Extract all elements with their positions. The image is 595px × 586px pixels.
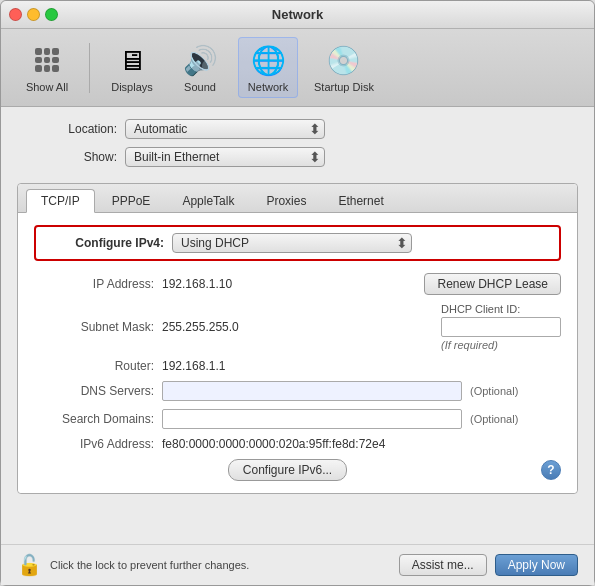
configure-ipv4-row: Configure IPv4: Using DHCP ⬍: [34, 225, 561, 261]
toolbar-label-sound: Sound: [184, 81, 216, 93]
toolbar-label-network: Network: [248, 81, 288, 93]
ip-label: IP Address:: [34, 277, 154, 291]
configure-ipv4-select-container: Using DHCP ⬍: [172, 233, 412, 253]
search-domains-input[interactable]: [162, 409, 462, 429]
close-button[interactable]: [9, 8, 22, 21]
location-select[interactable]: Automatic: [125, 119, 325, 139]
configure-ipv4-label: Configure IPv4:: [44, 236, 164, 250]
displays-icon: 🖥: [114, 42, 150, 78]
main-window: Network Show All 🖥 Displays 🔊 Sound 🌐 Ne: [0, 0, 595, 586]
search-optional-label: (Optional): [470, 413, 518, 425]
network-icon: 🌐: [250, 42, 286, 78]
bottom-buttons: Assist me... Apply Now: [399, 554, 578, 576]
location-label: Location:: [17, 122, 117, 136]
location-select-container: Automatic ⬍: [125, 119, 325, 139]
toolbar-separator: [89, 43, 90, 93]
ip-address-row: IP Address: 192.168.1.10 Renew DHCP Leas…: [34, 273, 561, 295]
lock-area: 🔓 Click the lock to prevent further chan…: [17, 553, 249, 577]
minimize-button[interactable]: [27, 8, 40, 21]
show-label: Show:: [17, 150, 117, 164]
subnet-row: Subnet Mask: 255.255.255.0 DHCP Client I…: [34, 303, 561, 351]
router-value: 192.168.1.1: [162, 359, 561, 373]
tab-proxies[interactable]: Proxies: [251, 189, 321, 213]
toolbar-label-startup: Startup Disk: [314, 81, 374, 93]
subnet-label: Subnet Mask:: [34, 320, 154, 334]
traffic-lights: [9, 8, 58, 21]
show-select[interactable]: Built-in Ethernet: [125, 147, 325, 167]
main-content: Location: Automatic ⬍ Show: Built-in Eth…: [1, 107, 594, 544]
subnet-value: 255.255.255.0: [162, 320, 425, 334]
assist-button[interactable]: Assist me...: [399, 554, 487, 576]
renew-dhcp-button[interactable]: Renew DHCP Lease: [424, 273, 561, 295]
lock-text: Click the lock to prevent further change…: [50, 559, 249, 571]
show-select-container: Built-in Ethernet ⬍: [125, 147, 325, 167]
help-button[interactable]: ?: [541, 460, 561, 480]
tabs-container: TCP/IP PPPoE AppleTalk Proxies Ethernet: [17, 183, 578, 494]
bottom-bar: 🔓 Click the lock to prevent further chan…: [1, 544, 594, 585]
startup-icon: 💿: [326, 42, 362, 78]
search-label: Search Domains:: [34, 412, 154, 426]
titlebar: Network: [1, 1, 594, 29]
tabs-header: TCP/IP PPPoE AppleTalk Proxies Ethernet: [18, 184, 577, 213]
ip-value: 192.168.1.10: [162, 277, 424, 291]
tab-pppoe[interactable]: PPPoE: [97, 189, 166, 213]
sound-icon: 🔊: [182, 42, 218, 78]
router-label: Router:: [34, 359, 154, 373]
configure-ipv4-select[interactable]: Using DHCP: [172, 233, 412, 253]
dhcp-client-label: DHCP Client ID:: [441, 303, 520, 315]
ipv6-label: IPv6 Address:: [34, 437, 154, 451]
toolbar-item-displays[interactable]: 🖥 Displays: [102, 38, 162, 97]
show-all-icon: [29, 42, 65, 78]
tab-appletalk[interactable]: AppleTalk: [167, 189, 249, 213]
maximize-button[interactable]: [45, 8, 58, 21]
lock-icon[interactable]: 🔓: [17, 553, 42, 577]
toolbar-label-show-all: Show All: [26, 81, 68, 93]
dns-label: DNS Servers:: [34, 384, 154, 398]
location-row: Location: Automatic ⬍: [17, 119, 578, 139]
toolbar: Show All 🖥 Displays 🔊 Sound 🌐 Network 💿 …: [1, 29, 594, 107]
search-domains-row: Search Domains: (Optional): [34, 409, 561, 429]
toolbar-label-displays: Displays: [111, 81, 153, 93]
dhcp-client-input[interactable]: [441, 317, 561, 337]
configure-ipv6-button[interactable]: Configure IPv6...: [228, 459, 347, 481]
if-required-label: (If required): [441, 339, 498, 351]
toolbar-item-show-all[interactable]: Show All: [17, 38, 77, 97]
window-title: Network: [272, 7, 323, 22]
ipv6-row: IPv6 Address: fe80:0000:0000:0000:020a:9…: [34, 437, 561, 451]
toolbar-item-network[interactable]: 🌐 Network: [238, 37, 298, 98]
apply-button[interactable]: Apply Now: [495, 554, 578, 576]
dns-servers-input[interactable]: [162, 381, 462, 401]
dns-row: DNS Servers: (Optional): [34, 381, 561, 401]
configure-ipv6-row: Configure IPv6... ?: [34, 459, 561, 481]
ipv6-value: fe80:0000:0000:0000:020a:95ff:fe8d:72e4: [162, 437, 561, 451]
dns-optional-label: (Optional): [470, 385, 518, 397]
toolbar-item-startup[interactable]: 💿 Startup Disk: [306, 38, 382, 97]
tab-content-tcpip: Configure IPv4: Using DHCP ⬍ IP Address:…: [18, 213, 577, 493]
toolbar-item-sound[interactable]: 🔊 Sound: [170, 38, 230, 97]
tab-ethernet[interactable]: Ethernet: [323, 189, 398, 213]
tab-tcpip[interactable]: TCP/IP: [26, 189, 95, 213]
router-row: Router: 192.168.1.1: [34, 359, 561, 373]
show-row: Show: Built-in Ethernet ⬍: [17, 147, 578, 167]
